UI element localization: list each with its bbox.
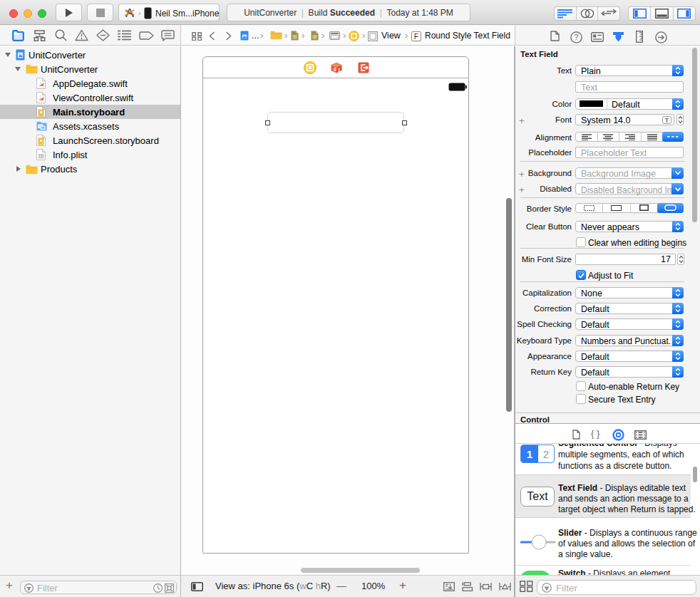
svg-text:?: ?	[575, 33, 579, 41]
svg-text:0: 0	[334, 67, 336, 72]
svg-text:1: 1	[338, 68, 341, 73]
